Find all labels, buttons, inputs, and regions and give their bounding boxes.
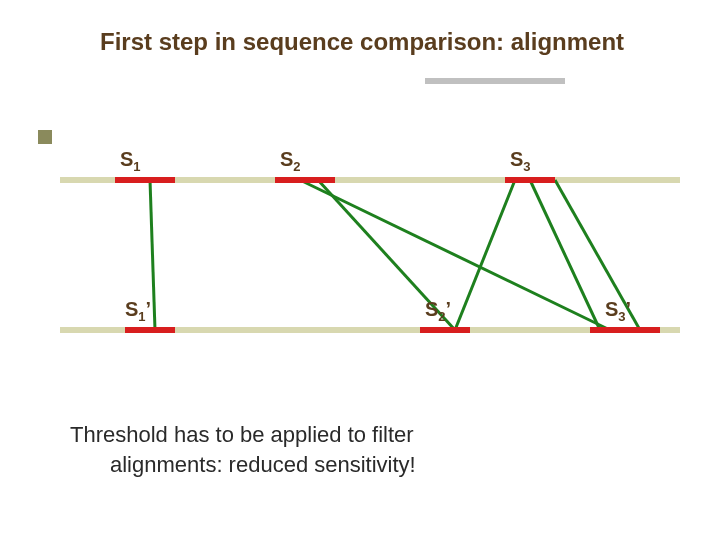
label-s3-prime: S3’ xyxy=(605,298,631,324)
caption-text: Threshold has to be applied to filter al… xyxy=(70,420,416,479)
label-s1-prime: S1’ xyxy=(125,298,151,324)
label-s1: S1 xyxy=(120,148,141,174)
label-s2: S2 xyxy=(280,148,301,174)
label-s3: S3 xyxy=(510,148,531,174)
connector-3 xyxy=(455,180,515,330)
label-s2-prime: S2’ xyxy=(425,298,451,324)
